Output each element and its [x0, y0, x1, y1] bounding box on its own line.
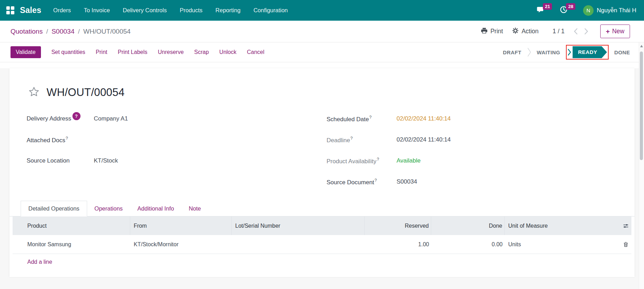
scrap-button[interactable]: Scrap: [194, 49, 209, 55]
stage-separator-icon: [527, 47, 531, 57]
notebook-tabs: Detailed Operations Operations Additiona…: [9, 201, 635, 216]
field-groups: Delivery Address? Company A1 Attached Do…: [9, 108, 635, 192]
scheduled-date-value[interactable]: 02/02/2024 11:40:14: [397, 115, 451, 122]
unreserve-button[interactable]: Unreserve: [158, 49, 184, 55]
apps-grid-icon[interactable]: [6, 6, 14, 14]
breadcrumb: Quotations / S00034 / WH/OUT/00054: [10, 28, 131, 35]
activities-button[interactable]: 28: [560, 6, 575, 15]
tab-note[interactable]: Note: [181, 201, 208, 216]
user-menu[interactable]: N Nguyễn Thái H: [583, 5, 636, 16]
messages-button[interactable]: 21: [537, 6, 552, 15]
action-label: Action: [522, 28, 539, 35]
cell-from[interactable]: KT/Stock/Mornitor: [130, 241, 232, 248]
onboarding-help-icon[interactable]: ?: [72, 112, 80, 120]
cell-done[interactable]: 0.00: [431, 241, 505, 248]
tab-additional-info[interactable]: Additional Info: [130, 201, 182, 216]
field-source-location: Source Location KT/Stock: [27, 150, 313, 171]
source-document-value[interactable]: S00034: [397, 178, 417, 185]
source-location-value[interactable]: KT/Stock: [94, 157, 118, 164]
table-row[interactable]: Monitor Samsung KT/Stock/Mornitor 1.00 0…: [13, 235, 631, 254]
optional-columns-button[interactable]: [620, 216, 631, 235]
product-availability-label: Product Availability?: [327, 157, 397, 165]
action-button[interactable]: Action: [512, 27, 539, 36]
column-header-uom[interactable]: Unit of Measure: [505, 216, 620, 235]
column-header-reserved[interactable]: Reserved: [365, 216, 431, 235]
breadcrumb-quotations[interactable]: Quotations: [10, 28, 43, 35]
menu-item-delivery-controls[interactable]: Delivery Controls: [123, 7, 167, 14]
print-button[interactable]: Print: [481, 27, 503, 36]
stage-chevron-icon: [568, 48, 571, 56]
cell-product[interactable]: Monitor Samsung: [13, 241, 130, 248]
field-source-document: Source Document? S00034: [327, 171, 635, 192]
delete-row-button[interactable]: [620, 241, 631, 247]
delivery-address-value[interactable]: Company A1: [94, 115, 128, 122]
cancel-button[interactable]: Cancel: [247, 49, 265, 55]
add-line-row: Add a line: [13, 254, 631, 270]
deadline-value[interactable]: 02/02/2024 11:40:14: [397, 136, 451, 143]
stage-draft[interactable]: DRAFT: [503, 49, 522, 55]
new-button[interactable]: + New: [600, 25, 630, 38]
scrollbar-up-arrow[interactable]: [640, 45, 643, 47]
cell-reserved[interactable]: 1.00: [365, 241, 431, 248]
menu-item-configuration[interactable]: Configuration: [253, 7, 288, 14]
field-delivery-address: Delivery Address? Company A1: [27, 108, 313, 129]
favorite-star-icon[interactable]: [28, 86, 40, 99]
breadcrumb-current: WH/OUT/00054: [83, 28, 131, 35]
help-mark: ?: [66, 136, 68, 141]
app-name[interactable]: Sales: [20, 6, 41, 15]
column-header-product[interactable]: Product: [13, 216, 130, 235]
set-quantities-button[interactable]: Set quantities: [51, 49, 85, 55]
breadcrumb-s00034[interactable]: S00034: [51, 28, 75, 35]
product-availability-value: Available: [397, 157, 421, 164]
menu-item-reporting[interactable]: Reporting: [216, 7, 241, 14]
menu-item-orders[interactable]: Orders: [53, 7, 71, 14]
stage-waiting[interactable]: WAITING: [537, 49, 560, 55]
tab-operations[interactable]: Operations: [87, 201, 130, 216]
pager-next-icon[interactable]: [584, 28, 588, 35]
validate-button[interactable]: Validate: [10, 46, 41, 58]
content-area: WH/OUT/00054 Delivery Address? Company A…: [0, 68, 644, 289]
operations-table: Product From Lot/Serial Number Reserved …: [13, 216, 631, 270]
table-header-row: Product From Lot/Serial Number Reserved …: [13, 216, 631, 235]
statusbar: Validate Set quantities Print Print Labe…: [0, 42, 644, 62]
vertical-scrollbar[interactable]: [639, 42, 644, 289]
pager-prev-icon[interactable]: [574, 28, 578, 35]
stage-ready-highlight: READY: [566, 45, 609, 60]
action-links: Set quantities Print Print Labels Unrese…: [51, 49, 265, 55]
source-document-label: Source Document?: [327, 178, 397, 186]
column-header-from[interactable]: From: [130, 216, 232, 235]
messages-count-badge: 21: [543, 3, 552, 10]
scrollbar-thumb[interactable]: [640, 51, 643, 160]
pager-arrows: [574, 28, 588, 35]
printer-icon: [481, 27, 488, 36]
breadcrumb-controls: Print Action 1 / 1: [481, 25, 630, 38]
stage-ready[interactable]: READY: [573, 46, 607, 58]
navbar-systray: 21 28 N Nguyễn Thái H: [537, 5, 636, 16]
field-attached-docs: Attached Docs?: [27, 129, 313, 150]
tab-detailed-operations[interactable]: Detailed Operations: [21, 201, 87, 216]
print-action-button[interactable]: Print: [96, 49, 107, 55]
user-name: Nguyễn Thái H: [597, 7, 636, 14]
unlock-button[interactable]: Unlock: [219, 49, 237, 55]
plus-icon: +: [606, 29, 610, 34]
deadline-label: Deadline?: [327, 136, 397, 144]
print-labels-button[interactable]: Print Labels: [118, 49, 148, 55]
cell-uom[interactable]: Units: [505, 241, 620, 248]
field-deadline: Deadline? 02/02/2024 11:40:14: [327, 129, 635, 150]
help-mark: ?: [350, 136, 353, 141]
odoo-window: Sales Orders To Invoice Delivery Control…: [0, 0, 644, 289]
column-header-done[interactable]: Done: [431, 216, 505, 235]
menu-item-to-invoice[interactable]: To Invoice: [84, 7, 110, 14]
pager-counter: 1 / 1: [553, 28, 565, 35]
column-header-lot-serial[interactable]: Lot/Serial Number: [232, 216, 365, 235]
title-row: WH/OUT/00054: [9, 82, 635, 103]
print-label: Print: [490, 28, 503, 35]
field-scheduled-date: Scheduled Date? 02/02/2024 11:40:14: [327, 108, 635, 129]
add-a-line-link[interactable]: Add a line: [13, 259, 52, 265]
stage-done[interactable]: DONE: [614, 49, 630, 55]
breadcrumb-bar: Quotations / S00034 / WH/OUT/00054 Print: [0, 21, 644, 42]
top-navbar: Sales Orders To Invoice Delivery Control…: [0, 0, 644, 21]
menu-item-products[interactable]: Products: [180, 7, 202, 14]
breadcrumb-separator: /: [78, 28, 80, 35]
sliders-icon: [623, 223, 629, 229]
